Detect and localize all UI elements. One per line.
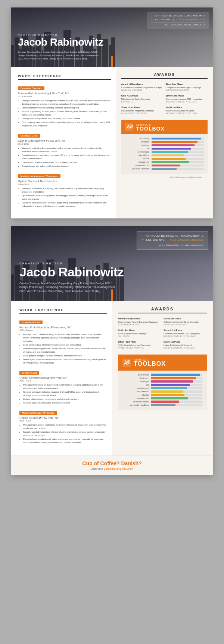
toolbox-title-block-2: Adobe CC & TOOLBOX [134, 358, 166, 367]
bullet-item: Liaised with retailers, consumers, and s… [22, 161, 111, 164]
job-entry-2-1: Creative Director Furman Roth Advertisin… [19, 318, 107, 365]
job-badge-2-2: Creative Lead [19, 371, 39, 375]
bullet-item: Lead collaborative brainstorming session… [22, 106, 111, 110]
job-bullets-2-2: Managed marketing for augmented reality … [19, 383, 107, 405]
skill-row: premiere pro [125, 151, 204, 153]
job-dates-2-2: 2012–2013 [19, 380, 107, 382]
toolbox-bars-1: photoshop illustrator indesign xd premie… [121, 134, 208, 174]
skill-row: pro tools / audition [122, 404, 202, 406]
award-school: SYRACUSE UNIVERSITY [165, 89, 208, 92]
resume-card-1: PORTFOLIO: BEHANCE.NET/JAKERABINOWITZ ✦ … [11, 7, 213, 218]
skill-row: illustrator [122, 377, 202, 379]
star-icon-1: ✦ [151, 18, 153, 21]
skill-bar-fill [151, 390, 183, 393]
skill-bar-fill [152, 165, 180, 166]
award-item: Silver / 2nd Place Communicator Awards 2… [165, 94, 208, 104]
award-item: Gold / 1st Place NJ Ad Awards Radio Camp… [118, 329, 161, 338]
footer-cta-heading: Cup of Coffee? Danish? [19, 460, 205, 466]
email-2[interactable]: YOUR.EMAIL@GMAIL.COM [170, 239, 203, 241]
skill-bar-bg [151, 394, 202, 396]
award-subtitle: Communicator Awards 2011 | Integrated [164, 332, 207, 335]
bullet-item: Managed marketing for augmented reality … [23, 383, 107, 390]
job-company-1-2: Cypher Entertainment // New York, NY [18, 139, 111, 142]
skill-bar-bg [151, 374, 202, 376]
job-bullets-1-1: Manage client creative strategy and coll… [18, 99, 111, 128]
skill-label: pro tools / audition [125, 168, 149, 170]
skill-label: xd [122, 384, 149, 386]
est-line-2: ✦ EST. 1983 NYC | YOUR.EMAIL@GMAIL.COM [141, 238, 203, 242]
skill-row: indesign [125, 144, 204, 146]
job-dates-1-1: 2013–Present [18, 95, 111, 98]
page-container: PORTFOLIO: BEHANCE.NET/JAKERABINOWITZ ✦ … [0, 0, 224, 482]
award-subtitle: Collegiate Ad Awards Digital Campaign [164, 321, 207, 323]
job-badge-2-3: Marketing Manager / Producer [19, 411, 57, 415]
award-item: Silver / 2nd Place Communicator Awards 2… [164, 329, 207, 338]
skill-label: xd [125, 147, 149, 150]
skill-bar-bg [151, 377, 202, 379]
award-subtitle: Collegiate Ad Awards Digital Campaign [165, 86, 208, 89]
skill-bar-bg [152, 138, 204, 139]
skill-bar-fill [152, 138, 201, 139]
skill-label: animated html5 [122, 401, 149, 403]
footer-email-1[interactable]: youremail@gmail.com [180, 176, 202, 178]
portfolio-link-2[interactable]: PORTFOLIO: BEHANCE.NET/JAKERABINOWITZ [141, 234, 203, 237]
award-title: Gold / 1st Place [121, 94, 164, 98]
skill-row: premiere pro [122, 387, 202, 389]
skill-label: after effects [122, 390, 149, 393]
header-skills-1: Creative Strategy, Brand Design, Copywri… [18, 50, 104, 61]
skill-row: xd [125, 147, 204, 150]
toolbox-text-1: TOOLBOX [136, 126, 165, 131]
award-title: Silver / 2nd Place [118, 340, 161, 344]
accent-bar-2 [111, 289, 113, 301]
toolbox-header-2: Adobe CC & TOOLBOX [118, 355, 207, 371]
work-experience-title-1: WORK EXPERIENCE [18, 74, 111, 80]
bullet-item: Created copy, art, video and interactive… [23, 401, 107, 405]
skill-bar-bg [152, 141, 204, 143]
toolbox-bars-2: photoshop illustrator indesign xd premie… [118, 371, 207, 410]
skill-bar-fill [151, 401, 179, 403]
job-dates-1-3: 2006–2012 [18, 183, 111, 185]
award-subtitle: Higher Ed Ad Awards Viewbook [165, 109, 208, 112]
bullet-item: Managed operations, marketing, and clien… [23, 423, 107, 430]
skill-bar-fill [152, 158, 186, 160]
bullet-item: Lead collaborative brainstorming session… [23, 343, 107, 347]
award-item: Silver/2nd Place Collegiate Ad Awards Di… [165, 83, 208, 92]
skill-row: various cms [125, 161, 204, 163]
job-entry-1-2: Creative Lead Cypher Entertainment // Ne… [18, 131, 111, 168]
award-school: NY METHODIST HOSPITAL [118, 347, 161, 350]
bullet-item: Executed post-production of video, audio… [23, 438, 107, 444]
skill-label: premiere pro [122, 387, 149, 389]
job-badge-1-3: Marketing Manager / Producer [18, 174, 60, 178]
award-title: Gold / 1st Place [118, 329, 161, 332]
award-item: Gold / 1st Place Higher Ed Ad Awards Vie… [164, 340, 207, 350]
award-subtitle: NJ Ad Awards Integrated Campaign [121, 109, 164, 112]
footer-cta-section: Cup of Coffee? Danish? Let's talk! youre… [11, 456, 213, 475]
bullet-item: Created company websites, managed UX and… [23, 390, 107, 397]
skill-bar-bg [151, 404, 202, 406]
job-company-2-3: Uptime Studios // New York, NY [19, 416, 107, 420]
portfolio-link-1[interactable]: PORTFOLIO: BEHANCE.NET/JAKERABINOWITZ [151, 15, 205, 17]
skill-bar-fill [151, 404, 175, 406]
job-bullets-2-3: Managed operations, marketing, and clien… [19, 423, 107, 444]
skill-bar-bg [151, 401, 202, 403]
award-title: Silver / 2nd Place [165, 94, 208, 98]
skill-label: pro tools / audition [122, 404, 149, 406]
bullet-item: Created company websites, managed UX and… [22, 154, 111, 160]
award-item: Award of Excellence Communicator Awards … [118, 317, 161, 326]
header-role-1: CREATIVE DIRECTOR [18, 34, 104, 37]
footer-email-2[interactable]: youremail@gmail.com [104, 467, 133, 470]
email-1[interactable]: YOUR.EMAIL@GMAIL.COM [176, 18, 205, 21]
skill-row: indesign [122, 380, 202, 383]
award-title: Silver/2nd Place [164, 317, 207, 321]
award-title: Award of Excellence [121, 83, 164, 86]
skill-bar-fill [151, 384, 190, 386]
skill-bar-bg [152, 161, 204, 163]
skill-bar-bg [151, 384, 202, 386]
skill-bar-fill [152, 151, 188, 153]
job-dates-1-2: 2012–2013 [18, 143, 111, 145]
job-bullets-2-1: Manage client creative strategy and coll… [19, 333, 107, 365]
award-title: Gold / 1st Place [164, 340, 207, 344]
award-subtitle: NJ Ad Awards Integrated Campaign [118, 344, 161, 347]
education-1: B.S. – MARKETING, TULANE UNIVERSITY [151, 22, 205, 26]
col-left-2: WORK EXPERIENCE Creative Director Furman… [11, 301, 112, 456]
